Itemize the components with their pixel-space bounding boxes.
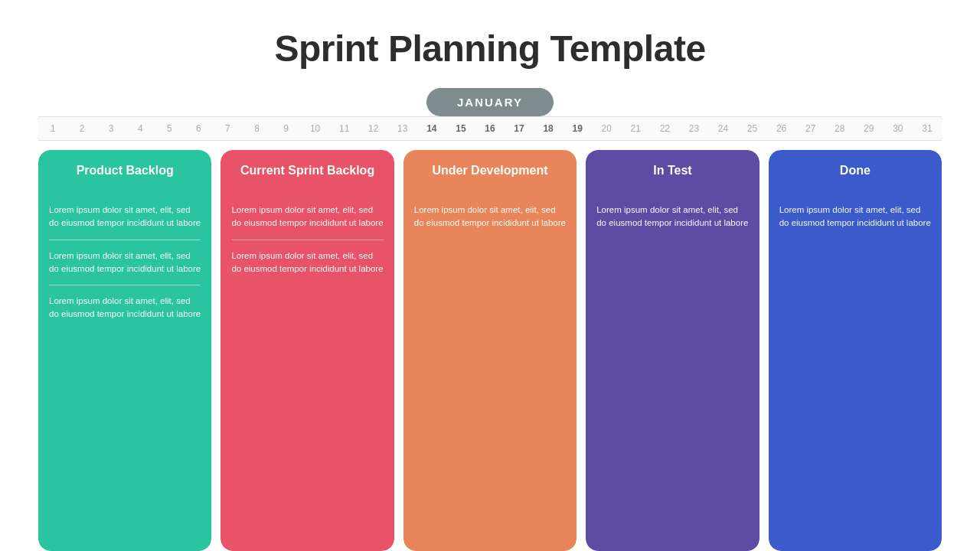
column-header-current-sprint-backlog: Current Sprint Backlog xyxy=(220,150,394,191)
timeline-day-13: 13 xyxy=(388,123,417,134)
month-label: JANUARY xyxy=(426,88,554,116)
timeline-day-27: 27 xyxy=(796,123,825,134)
timeline-day-28: 28 xyxy=(825,123,854,134)
timeline-day-4: 4 xyxy=(126,123,155,134)
timeline-day-12: 12 xyxy=(359,123,388,134)
column-header-done: Done xyxy=(769,150,942,191)
timeline-day-24: 24 xyxy=(708,123,737,134)
timeline-day-17: 17 xyxy=(505,123,534,134)
timeline-day-9: 9 xyxy=(272,123,301,134)
divider xyxy=(49,240,201,240)
timeline-day-2: 2 xyxy=(67,123,96,134)
timeline-day-22: 22 xyxy=(650,123,679,134)
lorem-block: Lorem ipsum dolor sit amet, elit, sed do… xyxy=(779,204,931,240)
timeline-day-21: 21 xyxy=(621,123,650,134)
timeline-day-23: 23 xyxy=(679,123,708,134)
timeline-day-30: 30 xyxy=(884,123,913,134)
columns-wrapper: Product BacklogLorem ipsum dolor sit ame… xyxy=(38,150,942,551)
column-body-done: Lorem ipsum dolor sit amet, elit, sed do… xyxy=(769,191,942,551)
lorem-block: Lorem ipsum dolor sit amet, elit, sed do… xyxy=(596,204,748,240)
lorem-block: Lorem ipsum dolor sit amet, elit, sed do… xyxy=(231,204,383,240)
column-in-test: In TestLorem ipsum dolor sit amet, elit,… xyxy=(586,150,759,551)
timeline-day-6: 6 xyxy=(184,123,213,134)
timeline-day-5: 5 xyxy=(155,123,184,134)
timeline-row: 1234567891011121314151617181920212223242… xyxy=(38,116,942,141)
timeline-day-18: 18 xyxy=(534,123,563,134)
lorem-block: Lorem ipsum dolor sit amet, elit, sed do… xyxy=(231,249,383,285)
column-header-under-development: Under Development xyxy=(403,150,577,191)
column-done: DoneLorem ipsum dolor sit amet, elit, se… xyxy=(769,150,942,551)
column-body-under-development: Lorem ipsum dolor sit amet, elit, sed do… xyxy=(403,191,577,551)
timeline-day-16: 16 xyxy=(475,123,505,134)
timeline-day-26: 26 xyxy=(767,123,796,134)
column-body-current-sprint-backlog: Lorem ipsum dolor sit amet, elit, sed do… xyxy=(220,191,394,551)
lorem-block: Lorem ipsum dolor sit amet, elit, sed do… xyxy=(49,204,201,240)
lorem-block: Lorem ipsum dolor sit amet, elit, sed do… xyxy=(49,249,201,285)
column-header-in-test: In Test xyxy=(586,150,759,191)
timeline-day-7: 7 xyxy=(213,123,242,134)
column-current-sprint-backlog: Current Sprint BacklogLorem ipsum dolor … xyxy=(220,150,394,551)
timeline-day-29: 29 xyxy=(854,123,884,134)
column-under-development: Under DevelopmentLorem ipsum dolor sit a… xyxy=(403,150,577,551)
divider xyxy=(231,240,383,240)
divider xyxy=(49,285,201,285)
timeline-day-19: 19 xyxy=(563,123,592,134)
timeline-day-8: 8 xyxy=(242,123,271,134)
timeline-day-3: 3 xyxy=(96,123,126,134)
timeline-day-31: 31 xyxy=(913,123,942,134)
timeline-day-1: 1 xyxy=(38,123,67,134)
column-header-product-backlog: Product Backlog xyxy=(38,150,211,191)
timeline-day-10: 10 xyxy=(301,123,330,134)
timeline-day-25: 25 xyxy=(738,123,767,134)
timeline-day-15: 15 xyxy=(446,123,475,134)
page-title: Sprint Planning Template xyxy=(274,28,705,70)
column-body-in-test: Lorem ipsum dolor sit amet, elit, sed do… xyxy=(586,191,759,551)
month-wrapper: JANUARY 12345678910111213141516171819202… xyxy=(0,88,980,141)
lorem-block: Lorem ipsum dolor sit amet, elit, sed do… xyxy=(414,204,566,240)
column-body-product-backlog: Lorem ipsum dolor sit amet, elit, sed do… xyxy=(38,191,211,551)
column-product-backlog: Product BacklogLorem ipsum dolor sit ame… xyxy=(38,150,211,551)
lorem-block: Lorem ipsum dolor sit amet, elit, sed do… xyxy=(49,295,201,331)
timeline-day-20: 20 xyxy=(592,123,621,134)
timeline-day-11: 11 xyxy=(330,123,359,134)
timeline-day-14: 14 xyxy=(417,123,446,134)
